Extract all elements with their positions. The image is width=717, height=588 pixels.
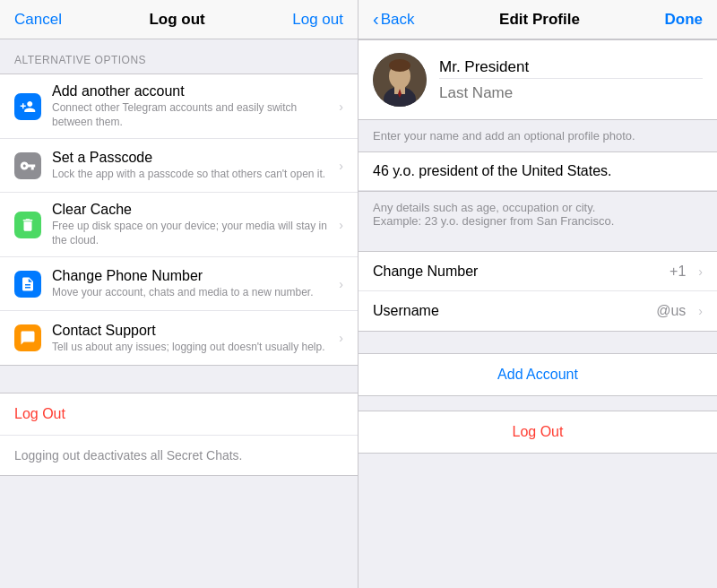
bio-section	[358, 151, 717, 192]
passcode-title: Set a Passcode	[52, 150, 332, 166]
settings-list: Change Number +1 › Username @us ›	[358, 251, 717, 332]
alternative-options-list: Add another account Connect other Telegr…	[0, 74, 358, 366]
add-account-section: Add Account	[358, 353, 717, 396]
back-button[interactable]: ‹ Back	[373, 9, 414, 30]
avatar-image	[373, 53, 427, 107]
add-account-title: Add another account	[52, 83, 332, 99]
alternative-options-header: ALTERNATIVE OPTIONS	[0, 39, 358, 74]
username-chevron: ›	[698, 304, 703, 318]
clear-cache-title: Clear Cache	[52, 202, 332, 218]
cancel-button[interactable]: Cancel	[14, 11, 62, 29]
change-number-row[interactable]: Change Number +1 ›	[358, 252, 717, 291]
bio-hint: Any details such as age, occupation or c…	[358, 192, 717, 237]
passcode-icon	[14, 152, 41, 179]
back-chevron-icon: ‹	[373, 9, 379, 30]
contact-support-subtitle: Tell us about any issues; logging out do…	[52, 341, 332, 355]
profile-section	[358, 39, 717, 120]
list-item-change-phone[interactable]: Change Phone Number Move your account, c…	[0, 257, 358, 311]
right-nav-bar: ‹ Back Edit Profile Done	[358, 0, 717, 39]
clear-cache-subtitle: Free up disk space on your device; your …	[52, 220, 332, 247]
right-nav-title: Edit Profile	[499, 11, 580, 29]
avatar[interactable]	[373, 53, 427, 107]
add-account-content: Add another account Connect other Telegr…	[52, 83, 332, 129]
change-number-label: Change Number	[373, 264, 669, 280]
list-item-clear-cache[interactable]: Clear Cache Free up disk space on your d…	[0, 193, 358, 257]
passcode-subtitle: Lock the app with a passcode so that oth…	[52, 168, 332, 182]
username-row[interactable]: Username @us ›	[358, 291, 717, 331]
clear-cache-content: Clear Cache Free up disk space on your d…	[52, 202, 332, 247]
profile-fields	[439, 56, 703, 104]
right-logout-section: Log Out	[358, 411, 717, 454]
change-number-value: +1	[669, 264, 686, 280]
change-phone-title: Change Phone Number	[52, 268, 332, 284]
add-account-icon	[14, 93, 41, 120]
left-bottom-section: Log Out Logging out deactivates all Secr…	[0, 393, 358, 476]
add-account-button[interactable]: Add Account	[358, 354, 717, 395]
bio-input[interactable]	[358, 152, 717, 191]
left-logout-note: Logging out deactivates all Secret Chats…	[0, 436, 358, 475]
left-logout-button[interactable]: Log Out	[0, 393, 358, 436]
list-item-add-account[interactable]: Add another account Connect other Telegr…	[0, 74, 358, 139]
contact-support-content: Contact Support Tell us about any issues…	[52, 323, 332, 355]
list-item-contact-support[interactable]: Contact Support Tell us about any issues…	[0, 311, 358, 365]
change-phone-chevron: ›	[339, 277, 343, 291]
profile-row	[373, 53, 703, 107]
last-name-input[interactable]	[439, 79, 703, 104]
add-account-subtitle: Connect other Telegram accounts and easi…	[52, 101, 332, 129]
clear-cache-chevron: ›	[339, 218, 343, 232]
passcode-chevron: ›	[339, 159, 343, 173]
right-logout-button[interactable]: Log Out	[358, 411, 717, 453]
add-account-chevron: ›	[339, 99, 343, 114]
contact-support-icon	[14, 324, 41, 351]
left-nav-bar: Cancel Log out Log out	[0, 0, 358, 39]
contact-support-chevron: ›	[339, 331, 343, 345]
list-item-passcode[interactable]: Set a Passcode Lock the app with a passc…	[0, 139, 358, 193]
first-name-input[interactable]	[439, 56, 703, 79]
profile-hint: Enter your name and add an optional prof…	[358, 120, 717, 151]
left-nav-title: Log out	[149, 11, 204, 29]
contact-support-title: Contact Support	[52, 323, 332, 339]
change-phone-icon	[14, 271, 41, 298]
username-value: @us	[656, 303, 686, 319]
change-number-chevron: ›	[698, 264, 703, 279]
back-label: Back	[381, 11, 415, 29]
left-panel: Cancel Log out Log out ALTERNATIVE OPTIO…	[0, 0, 358, 588]
change-phone-subtitle: Move your account, chats and media to a …	[52, 286, 332, 300]
left-nav-logout[interactable]: Log out	[292, 11, 343, 29]
username-label: Username	[373, 303, 656, 319]
change-phone-content: Change Phone Number Move your account, c…	[52, 268, 332, 300]
svg-point-2	[389, 59, 410, 72]
done-button[interactable]: Done	[664, 11, 703, 29]
passcode-content: Set a Passcode Lock the app with a passc…	[52, 150, 332, 182]
clear-cache-icon	[14, 212, 41, 238]
right-panel: ‹ Back Edit Profile Done	[358, 0, 717, 588]
